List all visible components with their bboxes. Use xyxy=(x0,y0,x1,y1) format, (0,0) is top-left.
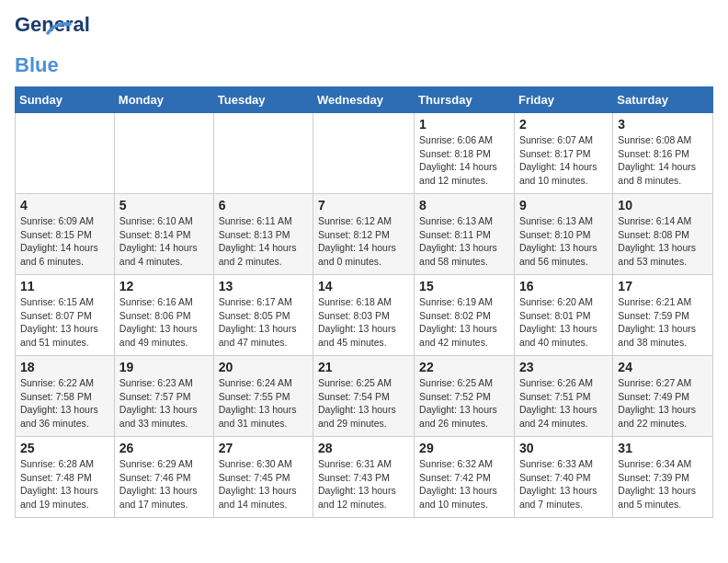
day-number: 22 xyxy=(419,360,509,374)
week-row-4: 18Sunrise: 6:22 AM Sunset: 7:58 PM Dayli… xyxy=(16,356,713,437)
empty-cell xyxy=(16,113,115,194)
day-number: 26 xyxy=(119,441,209,455)
calendar-table: SundayMondayTuesdayWednesdayThursdayFrid… xyxy=(15,86,713,518)
day-number: 12 xyxy=(119,279,209,293)
logo-icon xyxy=(46,20,72,37)
day-number: 8 xyxy=(419,198,509,213)
day-cell-29: 29Sunrise: 6:32 AM Sunset: 7:42 PM Dayli… xyxy=(415,437,515,518)
day-number: 29 xyxy=(419,441,509,455)
day-cell-15: 15Sunrise: 6:19 AM Sunset: 8:02 PM Dayli… xyxy=(415,275,515,356)
day-cell-26: 26Sunrise: 6:29 AM Sunset: 7:46 PM Dayli… xyxy=(114,437,213,518)
day-cell-23: 23Sunrise: 6:26 AM Sunset: 7:51 PM Dayli… xyxy=(514,356,612,437)
day-header-sunday: Sunday xyxy=(16,87,115,113)
day-number: 30 xyxy=(519,441,608,455)
day-number: 24 xyxy=(618,360,708,374)
day-cell-5: 5Sunrise: 6:10 AM Sunset: 8:14 PM Daylig… xyxy=(114,194,213,275)
empty-cell xyxy=(213,113,313,194)
day-cell-16: 16Sunrise: 6:20 AM Sunset: 8:01 PM Dayli… xyxy=(514,275,612,356)
week-row-1: 1Sunrise: 6:06 AM Sunset: 8:18 PM Daylig… xyxy=(16,113,713,194)
week-row-3: 11Sunrise: 6:15 AM Sunset: 8:07 PM Dayli… xyxy=(16,275,713,356)
day-number: 11 xyxy=(20,279,109,293)
day-info: Sunrise: 6:21 AM Sunset: 7:59 PM Dayligh… xyxy=(618,295,708,350)
day-number: 13 xyxy=(219,279,308,293)
day-number: 6 xyxy=(219,198,308,213)
day-number: 21 xyxy=(318,360,409,374)
day-info: Sunrise: 6:30 AM Sunset: 7:45 PM Dayligh… xyxy=(219,457,308,511)
day-info: Sunrise: 6:27 AM Sunset: 7:49 PM Dayligh… xyxy=(618,376,708,431)
day-cell-31: 31Sunrise: 6:34 AM Sunset: 7:39 PM Dayli… xyxy=(613,437,713,518)
day-info: Sunrise: 6:07 AM Sunset: 8:17 PM Dayligh… xyxy=(519,133,608,188)
day-number: 27 xyxy=(219,441,308,455)
day-cell-3: 3Sunrise: 6:08 AM Sunset: 8:16 PM Daylig… xyxy=(613,113,713,194)
empty-cell xyxy=(114,113,213,194)
week-row-2: 4Sunrise: 6:09 AM Sunset: 8:15 PM Daylig… xyxy=(16,194,713,275)
day-number: 2 xyxy=(519,117,608,132)
day-info: Sunrise: 6:22 AM Sunset: 7:58 PM Dayligh… xyxy=(20,376,109,431)
day-info: Sunrise: 6:31 AM Sunset: 7:43 PM Dayligh… xyxy=(318,457,409,511)
day-cell-24: 24Sunrise: 6:27 AM Sunset: 7:49 PM Dayli… xyxy=(613,356,713,437)
day-cell-18: 18Sunrise: 6:22 AM Sunset: 7:58 PM Dayli… xyxy=(16,356,115,437)
day-number: 14 xyxy=(318,279,409,293)
days-header-row: SundayMondayTuesdayWednesdayThursdayFrid… xyxy=(16,87,713,113)
page-header: General Blue xyxy=(15,15,713,77)
week-row-5: 25Sunrise: 6:28 AM Sunset: 7:48 PM Dayli… xyxy=(16,437,713,518)
day-info: Sunrise: 6:17 AM Sunset: 8:05 PM Dayligh… xyxy=(219,295,308,350)
day-number: 15 xyxy=(419,279,509,293)
day-number: 23 xyxy=(519,360,608,374)
day-cell-21: 21Sunrise: 6:25 AM Sunset: 7:54 PM Dayli… xyxy=(313,356,415,437)
day-number: 7 xyxy=(318,198,409,213)
day-cell-9: 9Sunrise: 6:13 AM Sunset: 8:10 PM Daylig… xyxy=(514,194,612,275)
day-cell-19: 19Sunrise: 6:23 AM Sunset: 7:57 PM Dayli… xyxy=(114,356,213,437)
logo-blue: Blue xyxy=(15,53,59,76)
day-info: Sunrise: 6:13 AM Sunset: 8:10 PM Dayligh… xyxy=(519,214,608,269)
day-info: Sunrise: 6:33 AM Sunset: 7:40 PM Dayligh… xyxy=(519,457,608,511)
day-number: 18 xyxy=(20,360,109,374)
day-cell-6: 6Sunrise: 6:11 AM Sunset: 8:13 PM Daylig… xyxy=(213,194,313,275)
day-number: 9 xyxy=(519,198,608,213)
day-info: Sunrise: 6:34 AM Sunset: 7:39 PM Dayligh… xyxy=(618,457,708,511)
day-header-tuesday: Tuesday xyxy=(213,87,313,113)
day-info: Sunrise: 6:19 AM Sunset: 8:02 PM Dayligh… xyxy=(419,295,509,350)
day-info: Sunrise: 6:11 AM Sunset: 8:13 PM Dayligh… xyxy=(219,214,308,269)
day-cell-1: 1Sunrise: 6:06 AM Sunset: 8:18 PM Daylig… xyxy=(415,113,515,194)
day-number: 4 xyxy=(20,198,109,213)
day-info: Sunrise: 6:12 AM Sunset: 8:12 PM Dayligh… xyxy=(318,214,409,269)
day-cell-17: 17Sunrise: 6:21 AM Sunset: 7:59 PM Dayli… xyxy=(613,275,713,356)
day-info: Sunrise: 6:28 AM Sunset: 7:48 PM Dayligh… xyxy=(20,457,109,511)
day-header-monday: Monday xyxy=(114,87,213,113)
day-info: Sunrise: 6:23 AM Sunset: 7:57 PM Dayligh… xyxy=(119,376,209,431)
day-cell-14: 14Sunrise: 6:18 AM Sunset: 8:03 PM Dayli… xyxy=(313,275,415,356)
day-cell-13: 13Sunrise: 6:17 AM Sunset: 8:05 PM Dayli… xyxy=(213,275,313,356)
day-cell-8: 8Sunrise: 6:13 AM Sunset: 8:11 PM Daylig… xyxy=(415,194,515,275)
day-info: Sunrise: 6:29 AM Sunset: 7:46 PM Dayligh… xyxy=(119,457,209,511)
day-header-friday: Friday xyxy=(514,87,612,113)
day-number: 3 xyxy=(618,117,708,132)
day-info: Sunrise: 6:08 AM Sunset: 8:16 PM Dayligh… xyxy=(618,133,708,188)
day-cell-25: 25Sunrise: 6:28 AM Sunset: 7:48 PM Dayli… xyxy=(16,437,115,518)
day-cell-10: 10Sunrise: 6:14 AM Sunset: 8:08 PM Dayli… xyxy=(613,194,713,275)
day-info: Sunrise: 6:32 AM Sunset: 7:42 PM Dayligh… xyxy=(419,457,509,511)
day-number: 16 xyxy=(519,279,608,293)
day-header-wednesday: Wednesday xyxy=(313,87,415,113)
day-number: 31 xyxy=(618,441,708,455)
day-info: Sunrise: 6:26 AM Sunset: 7:51 PM Dayligh… xyxy=(519,376,608,431)
day-cell-22: 22Sunrise: 6:25 AM Sunset: 7:52 PM Dayli… xyxy=(415,356,515,437)
empty-cell xyxy=(313,113,415,194)
logo: General Blue xyxy=(15,15,63,77)
day-info: Sunrise: 6:10 AM Sunset: 8:14 PM Dayligh… xyxy=(119,214,209,269)
day-cell-7: 7Sunrise: 6:12 AM Sunset: 8:12 PM Daylig… xyxy=(313,194,415,275)
day-cell-20: 20Sunrise: 6:24 AM Sunset: 7:55 PM Dayli… xyxy=(213,356,313,437)
day-info: Sunrise: 6:18 AM Sunset: 8:03 PM Dayligh… xyxy=(318,295,409,350)
day-cell-11: 11Sunrise: 6:15 AM Sunset: 8:07 PM Dayli… xyxy=(16,275,115,356)
day-number: 1 xyxy=(419,117,509,132)
day-info: Sunrise: 6:16 AM Sunset: 8:06 PM Dayligh… xyxy=(119,295,209,350)
day-cell-4: 4Sunrise: 6:09 AM Sunset: 8:15 PM Daylig… xyxy=(16,194,115,275)
day-cell-30: 30Sunrise: 6:33 AM Sunset: 7:40 PM Dayli… xyxy=(514,437,612,518)
day-info: Sunrise: 6:20 AM Sunset: 8:01 PM Dayligh… xyxy=(519,295,608,350)
day-info: Sunrise: 6:25 AM Sunset: 7:54 PM Dayligh… xyxy=(318,376,409,431)
day-info: Sunrise: 6:09 AM Sunset: 8:15 PM Dayligh… xyxy=(20,214,109,269)
day-cell-2: 2Sunrise: 6:07 AM Sunset: 8:17 PM Daylig… xyxy=(514,113,612,194)
day-header-thursday: Thursday xyxy=(415,87,515,113)
day-cell-12: 12Sunrise: 6:16 AM Sunset: 8:06 PM Dayli… xyxy=(114,275,213,356)
day-number: 5 xyxy=(119,198,209,213)
